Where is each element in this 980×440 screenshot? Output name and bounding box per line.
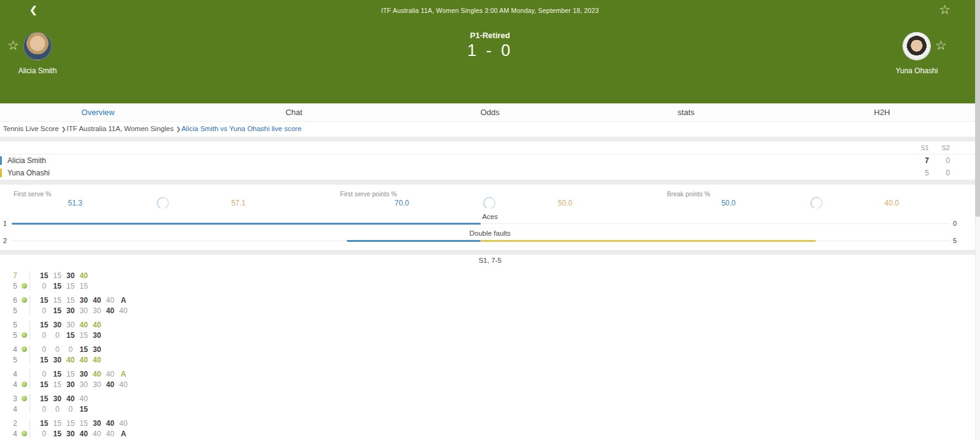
point-cell: 30 [77,296,91,305]
games-count: 4 [11,430,19,438]
percent-stat: Break points %50.040.0 [654,185,980,213]
point-sequence: 15304040 [38,394,90,403]
point-sequence: 15153030304040 [38,380,130,389]
serve-ball-icon [22,297,27,303]
point-cell: 30 [51,394,65,403]
home-percent-value: 70.0 [395,199,409,207]
point-cell: 30 [90,345,104,354]
point-cell: 0 [38,430,51,438]
point-cell: 40 [104,296,117,305]
away-game-row: 50151515 [0,281,980,291]
game-block: 51530304040500151530 [0,319,980,340]
point-cell: 15 [64,296,77,305]
tab-overview[interactable]: Overview [0,103,196,121]
tab-chat[interactable]: Chat [196,103,392,121]
home-game-row: 315304040 [0,393,980,404]
games-count: 4 [11,370,19,378]
point-sequence: 15151515304040 [38,419,130,428]
point-cell: 30 [77,380,91,389]
games-count: 6 [11,296,19,305]
point-cell: 40 [90,430,104,438]
player-color-marker [0,156,2,165]
point-cell: 40 [64,394,77,403]
point-cell: 40 [104,419,117,428]
scrollbar-thumb[interactable] [975,0,980,217]
point-sequence: 15153040 [38,271,90,280]
point-cell: 30 [90,331,104,340]
point-sequence: 00151530 [38,331,104,340]
tab-odds[interactable]: Odds [392,103,588,121]
games-count: 2 [11,419,19,428]
point-cell: 40 [104,380,117,389]
tab-h2h[interactable]: H2H [784,103,980,121]
breadcrumb-separator-icon: ❯ [61,126,66,132]
game-block: 315304040400015 [0,393,980,414]
point-cell: A [117,296,130,305]
point-cell: A [117,370,130,378]
score-row-player-name: Yuna Ohashi [7,169,908,177]
games-count: 4 [11,380,19,389]
point-cell: 30 [90,380,104,389]
point-cell: 0 [51,331,65,340]
away-game-row: 50153030304040 [0,305,980,316]
match-page: ❮ ITF Australia 11A, Women Singles 3:00 … [0,0,980,440]
point-cell: 0 [38,306,51,315]
favorite-home-star-icon[interactable]: ☆ [7,39,19,52]
game-block: 401515304040A415153030304040 [0,369,980,390]
point-sequence: 151515304040A [38,296,130,305]
serve-ball-icon [22,431,27,436]
point-cell: 0 [38,331,51,340]
away-percent-value: 40.0 [885,199,899,207]
home-game-row: 40001530 [0,344,980,354]
game-block: 71515304050151515 [0,270,980,291]
games-count: 5 [11,306,19,315]
point-cell: 40 [117,380,130,389]
home-game-row: 6151515304040A [0,295,980,305]
section-gap [0,250,980,255]
away-percent-value: 50.0 [558,199,572,207]
point-cell: 30 [51,356,65,364]
player-color-marker [0,169,2,177]
set-score-value: 0 [929,169,950,177]
point-cell: A [117,430,130,438]
point-cell: 0 [38,345,51,354]
point-cell: 30 [90,306,104,315]
home-game-row: 715153040 [0,270,980,281]
score-row-player-name: Alicia Smith [7,156,908,165]
breadcrumb: Tennis Live Score❯ITF Australia 11A, Wom… [0,122,980,137]
games-count: 3 [11,394,19,403]
point-cell: 40 [64,356,77,364]
point-cell: 40 [77,430,91,438]
point-by-point-card: S1, 7-5 715153040501515156151515304040A5… [0,255,980,440]
point-cell: 15 [51,419,65,428]
point-sequence: 0151515 [38,282,90,290]
point-cell: 15 [38,380,51,389]
breadcrumb-item[interactable]: Alicia Smith vs Yuna Ohashi live score [181,125,301,132]
point-cell: 40 [104,430,117,438]
match-status: P1-Retired [0,31,980,40]
tournament-title: ITF Australia 11A, Women Singles 3:00 AM… [0,7,980,14]
game-block: 215151515304040401530404040A [0,418,980,439]
point-cell: 15 [38,419,51,428]
point-sequence: 0001530 [38,345,104,354]
percent-gauge-icon [157,197,169,209]
point-cell: 40 [117,306,130,315]
breadcrumb-separator-icon: ❯ [176,126,181,132]
games-count: 5 [11,321,19,329]
games-count: 4 [11,405,19,414]
match-header: ❮ ITF Australia 11A, Women Singles 3:00 … [0,0,980,103]
home-percent-value: 50.0 [721,199,735,207]
favorite-away-star-icon[interactable]: ☆ [935,39,947,52]
away-game-row: 500151530 [0,330,980,340]
stat-bar-track [11,241,950,241]
point-cell: 0 [38,370,51,378]
point-cell: 15 [51,271,65,280]
away-percent-value: 57.1 [231,199,245,207]
point-cell: 15 [77,345,91,354]
games-count: 5 [11,356,19,364]
favorite-match-star-icon[interactable]: ☆ [939,3,950,16]
tab-stats[interactable]: stats [588,103,784,121]
games-count: 5 [11,331,19,340]
scrollbar-track[interactable] [975,0,980,440]
set-score-value: 7 [908,156,929,165]
